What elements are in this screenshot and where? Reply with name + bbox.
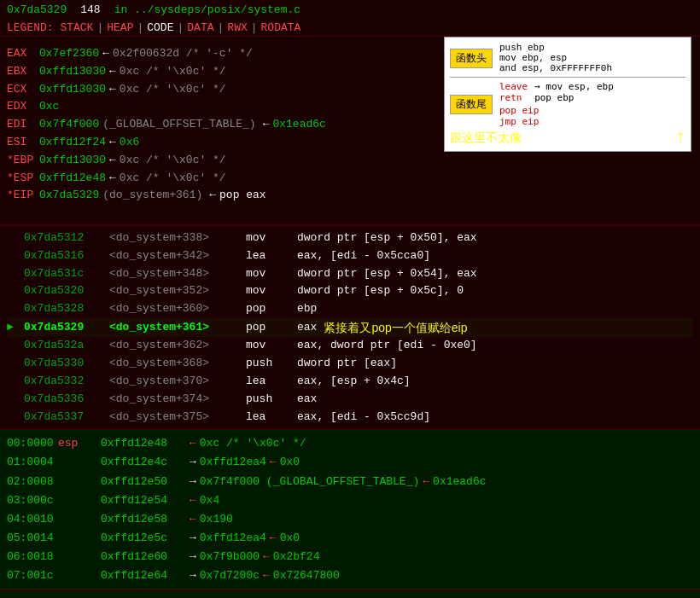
registers-section: EAX 0x7ef2360 ← 0x2f00632d /* '-c' */ EB… xyxy=(0,37,700,224)
frame-row: ► f 0 0x7da5329 do_system+361 xyxy=(7,594,693,598)
ann-funchead-label: 函数头 xyxy=(450,49,493,68)
disasm-row: 0x7da5332 <do_system+370> lea eax, [esp … xyxy=(7,373,693,391)
reg-ebp: *EBP 0xffd13030 ← 0xc /* '\x0c' */ xyxy=(7,152,693,170)
disasm-row: 0x7da5316 <do_system+342> lea eax, [edi … xyxy=(7,247,693,265)
disasm-row: 0x7da5328 <do_system+360> pop ebp xyxy=(7,300,693,318)
disasm-row: 0x7da532a <do_system+362> mov eax, dword… xyxy=(7,337,693,355)
disasm-row: 0x7da5312 <do_system+338> mov dword ptr … xyxy=(7,229,693,247)
annotation-box: 函数头 push ebp mov ebp, esp and esp, 0xFFF… xyxy=(444,37,691,152)
legend-heap: HEAP xyxy=(107,21,133,34)
chinese-note: 跟这里不太像 xyxy=(450,131,522,144)
ann-functail-row: 函数尾 leave retn → mov esp, ebp pop ebp po… xyxy=(450,81,685,127)
reg-esp: *ESP 0xffd12e48 ← 0xc /* '\x0c' */ xyxy=(7,170,693,188)
stack-row: 02:0008 0xffd12e50 → 0x7f4f000 (_GLOBAL_… xyxy=(7,473,693,491)
header-size: 148 xyxy=(80,3,100,16)
disasm-row: 0x7da5320 <do_system+352> mov dword ptr … xyxy=(7,282,693,300)
legend-data: DATA xyxy=(187,21,213,34)
arrow-up-icon: ↑ xyxy=(675,127,685,147)
ann-functail-label: 函数尾 xyxy=(450,95,493,114)
ann-funchead-code: push ebp mov ebp, esp and esp, 0xFFFFFFF… xyxy=(499,43,612,73)
stack-row: 07:001c 0xffd12e64 → 0x7d7200c ← 0x72647… xyxy=(7,566,693,585)
disasm-section: 0x7da5312 <do_system+338> mov dword ptr … xyxy=(0,225,700,429)
reg-eip: *EIP 0x7da5329 (do_system+361) ← pop eax xyxy=(7,187,693,205)
legend-label: LEGEND: STACK xyxy=(7,21,93,34)
stack-row: 06:0018 0xffd12e60 → 0x7f9b000 ← 0x2bf24 xyxy=(7,548,693,566)
frame-section: ► f 0 0x7da5329 do_system+361 f 1 0x6262… xyxy=(0,589,700,598)
stack-row: 00:0000 esp 0xffd12e48 ← 0xc /* '\x0c' *… xyxy=(7,434,693,453)
stack-row: 01:0004 0xffd12e4c → 0xffd12ea4 ← 0x0 xyxy=(7,453,693,472)
stack-section: 00:0000 esp 0xffd12e48 ← 0xc /* '\x0c' *… xyxy=(0,430,700,589)
disasm-row: 0x7da5336 <do_system+374> push eax xyxy=(7,391,693,409)
disasm-row: 0x7da531c <do_system+348> mov dword ptr … xyxy=(7,265,693,283)
header-addr: 0x7da5329 xyxy=(7,3,67,16)
disasm-row: 0x7da5337 <do_system+375> lea eax, [edi … xyxy=(7,409,693,427)
header-path: in ../sysdeps/posix/system.c xyxy=(114,3,300,16)
ann-funchead-row: 函数头 push ebp mov ebp, esp and esp, 0xFFF… xyxy=(450,43,685,73)
legend-rodata: RODATA xyxy=(261,21,301,34)
chinese-pop-note: 紧接着又pop一个值赋给eip xyxy=(324,318,467,337)
stack-row: 03:000c 0xffd12e54 ← 0x4 xyxy=(7,491,693,510)
disasm-row: 0x7da5330 <do_system+368> push dword ptr… xyxy=(7,355,693,373)
ann-separator xyxy=(450,77,685,78)
disasm-row-current: ► 0x7da5329 <do_system+361> pop eax 紧接着又… xyxy=(7,318,693,337)
legend-code: CODE xyxy=(147,21,173,34)
header-bar: 0x7da5329 148 in ../sysdeps/posix/system… xyxy=(0,0,700,20)
stack-row: 05:0014 0xffd12e5c → 0xffd12ea4 ← 0x0 xyxy=(7,529,693,548)
stack-row: 04:0010 0xffd12e58 ← 0x190 xyxy=(7,510,693,529)
legend-bar: LEGEND: STACK | HEAP | CODE | DATA | RWX… xyxy=(0,20,700,36)
legend-rwx: RWX xyxy=(227,21,247,34)
